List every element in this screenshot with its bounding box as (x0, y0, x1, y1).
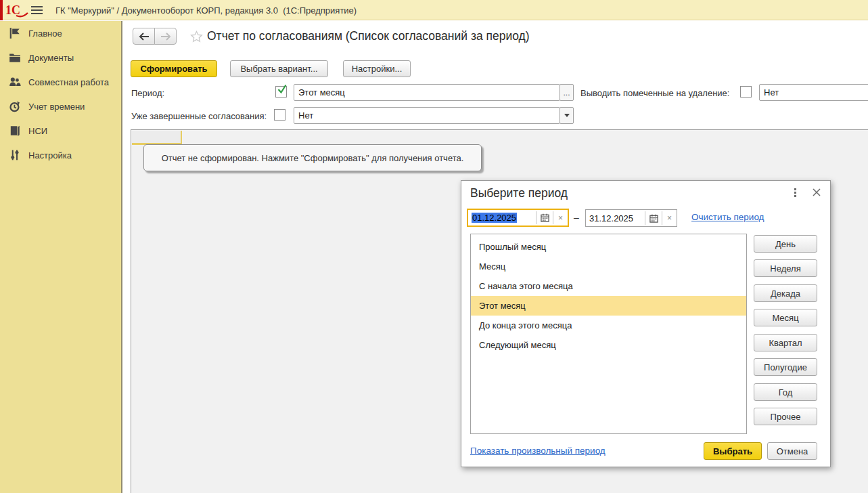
date-to-clear-button[interactable]: × (662, 210, 677, 226)
deleted-input[interactable]: Нет (759, 84, 868, 101)
sidebar: Главное Документы Совместная работа Учет… (0, 21, 122, 493)
custom-period-link[interactable]: Показать произвольный период (470, 446, 606, 456)
period-option[interactable]: Следующий месяц (471, 335, 746, 355)
period-decade-button[interactable]: Декада (754, 284, 817, 302)
sidebar-item-nsi[interactable]: НСИ (0, 119, 121, 143)
date-to-group: 31.12.2025 × (585, 209, 677, 227)
period-option-selected[interactable]: Этот месяц (471, 296, 746, 316)
report-corner-tab (132, 131, 182, 145)
date-from-input[interactable]: 01.12.2025 (468, 210, 536, 226)
dropdown-arrow-icon (564, 114, 570, 117)
period-option[interactable]: До конца этого месяца (471, 316, 746, 335)
settings-button[interactable]: Настройки... (343, 60, 411, 77)
deleted-checkbox[interactable] (740, 86, 752, 98)
date-to-calendar-button[interactable] (645, 210, 662, 226)
sidebar-item-nastroika[interactable]: Настройка (0, 143, 121, 167)
report-hint-box: Отчет не сформирован. Нажмите "Сформиров… (143, 144, 482, 171)
dialog-close-icon[interactable] (812, 188, 821, 197)
completed-dropdown-button[interactable] (559, 107, 574, 124)
window-title-bar: 1С ГК "Меркурий" / Документооборот КОРП,… (0, 0, 868, 20)
period-options-list: Прошлый месяц Месяц С начала этого месяц… (470, 234, 747, 434)
period-input[interactable]: Этот месяц (294, 84, 560, 101)
sidebar-item-dokumenty[interactable]: Документы (0, 45, 121, 70)
completed-label: Уже завершенные согласования: (131, 111, 267, 121)
period-dialog: Выберите период 01.12.2025 × – 31.12.202… (461, 180, 831, 467)
dialog-cancel-button[interactable]: Отмена (767, 442, 817, 460)
period-more-button[interactable]: ... (559, 84, 574, 101)
period-month-button[interactable]: Месяц (754, 309, 817, 326)
completed-checkbox[interactable] (274, 109, 285, 121)
date-to-input[interactable]: 31.12.2025 (586, 210, 645, 226)
period-day-button[interactable]: День (754, 235, 817, 253)
back-button[interactable] (133, 28, 155, 45)
dialog-select-button[interactable]: Выбрать (704, 442, 762, 460)
choose-variant-button[interactable]: Выбрать вариант... (230, 60, 328, 77)
period-week-button[interactable]: Неделя (754, 259, 817, 277)
main-menu-icon[interactable] (31, 6, 43, 15)
forward-button[interactable] (154, 28, 177, 45)
period-checkbox[interactable] (275, 86, 287, 98)
date-from-clear-button[interactable]: × (553, 210, 568, 226)
flag-icon (9, 27, 21, 39)
sliders-icon (9, 149, 21, 161)
dialog-menu-icon[interactable] (794, 188, 797, 198)
sidebar-item-sovmestnaya-rabota[interactable]: Совместная работа (0, 70, 121, 94)
book-icon (9, 125, 21, 137)
date-from-calendar-button[interactable] (536, 210, 553, 226)
window-title: ГК "Меркурий" / Документооборот КОРП, ре… (55, 5, 357, 16)
period-label: Период: (131, 88, 164, 98)
period-year-button[interactable]: Год (754, 383, 817, 401)
people-icon (9, 76, 21, 88)
date-from-group: 01.12.2025 × (467, 209, 569, 227)
completed-input[interactable]: Нет (294, 107, 560, 124)
favorite-star-icon[interactable] (190, 30, 203, 45)
period-option[interactable]: Прошлый месяц (471, 237, 746, 257)
svg-text:1С: 1С (5, 3, 20, 17)
folder-icon (9, 51, 21, 64)
1c-logo-icon: 1С (5, 2, 30, 21)
period-option[interactable]: Месяц (471, 257, 746, 276)
clear-period-link[interactable]: Очистить период (691, 212, 764, 222)
checkmark-icon (276, 83, 289, 96)
page-title: Отчет по согласованиям (Список согласова… (207, 29, 530, 43)
date-range-separator: – (571, 212, 582, 223)
clock-icon (9, 100, 21, 112)
deleted-label: Выводить помеченные на удаление: (580, 88, 729, 98)
dialog-title: Выберите период (470, 186, 568, 200)
period-halfyear-button[interactable]: Полугодие (754, 358, 817, 376)
period-quarter-button[interactable]: Квартал (754, 334, 817, 351)
app-window: 1С ГК "Меркурий" / Документооборот КОРП,… (0, 0, 868, 493)
generate-button[interactable]: Сформировать (131, 60, 217, 77)
period-option[interactable]: С начала этого месяца (471, 276, 746, 296)
sidebar-item-uchet-vremeni[interactable]: Учет времени (0, 94, 121, 119)
sidebar-item-glavnoe[interactable]: Главное (0, 21, 121, 45)
period-other-button[interactable]: Прочее (754, 408, 817, 425)
brand-red-strip (0, 0, 3, 20)
